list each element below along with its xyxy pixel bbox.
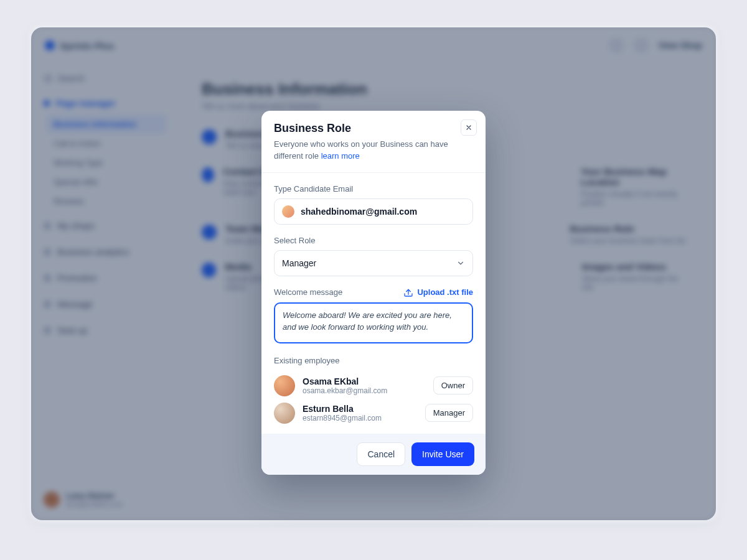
upload-icon xyxy=(403,287,413,297)
role-badge[interactable]: Owner xyxy=(433,376,473,394)
employee-name: Esturn Bella xyxy=(303,404,418,414)
chevron-down-icon xyxy=(456,259,465,268)
upload-label-text: Upload .txt file xyxy=(417,287,473,297)
employee-row: Osama EKbal osama.ekbar@gmail.com Owner xyxy=(274,375,473,396)
close-button[interactable] xyxy=(461,119,477,136)
candidate-avatar-icon xyxy=(282,205,294,218)
role-select[interactable]: Manager xyxy=(274,250,473,276)
employee-row: Esturn Bella estarn8945@gmail.com Manage… xyxy=(274,403,473,424)
learn-more-link[interactable]: learn more xyxy=(321,151,360,161)
close-icon xyxy=(465,124,472,131)
modal-header: Business Role Everyone who works on your… xyxy=(261,111,486,173)
email-input-wrap[interactable] xyxy=(274,198,473,225)
upload-txt-link[interactable]: Upload .txt file xyxy=(403,287,473,297)
existing-employee-label: Existing employee xyxy=(274,356,473,365)
welcome-textarea-wrap[interactable] xyxy=(274,302,473,343)
modal-description: Everyone who works on your Business can … xyxy=(274,139,473,162)
avatar xyxy=(274,403,295,424)
welcome-label: Welcome message xyxy=(274,287,342,297)
invite-user-button[interactable]: Invite User xyxy=(411,442,474,466)
employee-name: Osama EKbal xyxy=(303,376,426,386)
employee-email: estarn8945@gmail.com xyxy=(303,414,418,422)
modal-title: Business Role xyxy=(274,122,473,135)
employee-email: osama.ekbar@gmail.com xyxy=(303,386,426,395)
welcome-message-input[interactable] xyxy=(283,310,464,334)
modal-footer: Cancel Invite User xyxy=(261,434,486,475)
modal-description-text: Everyone who works on your Business can … xyxy=(274,139,448,161)
role-label: Select Role xyxy=(274,236,473,245)
cancel-button[interactable]: Cancel xyxy=(357,442,405,466)
candidate-email-input[interactable] xyxy=(301,207,465,217)
role-badge[interactable]: Manager xyxy=(425,404,473,422)
avatar xyxy=(274,375,295,396)
email-label: Type Candidate Email xyxy=(274,184,473,194)
business-role-modal: Business Role Everyone who works on your… xyxy=(261,111,486,475)
role-select-value: Manager xyxy=(282,258,316,268)
